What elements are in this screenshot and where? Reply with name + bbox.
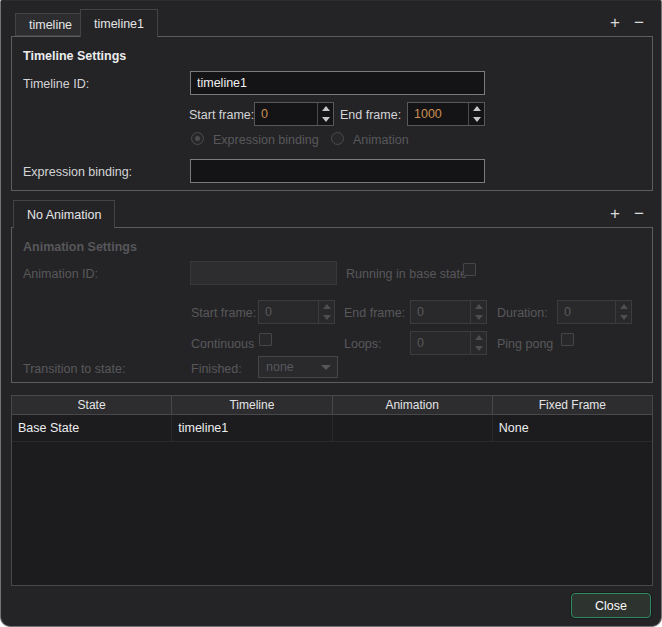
add-timeline-button[interactable]: + <box>606 14 624 32</box>
cell-state[interactable]: Base State <box>12 415 172 441</box>
cell-fixed-frame[interactable]: None <box>493 415 652 441</box>
ping-pong-label: Ping pong <box>497 337 553 351</box>
duration-label: Duration: <box>497 306 548 320</box>
anim-end-frame-spinbox: 0 <box>410 300 487 324</box>
spin-down-icon <box>319 312 334 323</box>
timeline-id-label: Timeline ID: <box>23 77 89 91</box>
finished-combobox: none <box>258 356 338 378</box>
ping-pong-checkbox <box>561 333 574 346</box>
spin-up-icon <box>471 301 486 312</box>
spin-buttons <box>470 301 486 323</box>
loops-spinbox: 0 <box>410 331 487 355</box>
anim-end-frame-label: End frame: <box>344 306 405 320</box>
chevron-down-icon <box>321 365 331 370</box>
timeline-id-input[interactable] <box>190 71 485 95</box>
end-frame-value: 1000 <box>414 103 468 125</box>
expression-binding-radio-label: Expression binding <box>213 133 319 147</box>
tab-timeline[interactable]: timeline <box>15 13 86 36</box>
spin-up-icon <box>319 301 334 312</box>
column-header-animation[interactable]: Animation <box>333 396 493 414</box>
timeline-settings-dialog: timeline timeline1 + − Timeline Settings… <box>0 0 662 627</box>
finished-label: Finished: <box>191 362 242 376</box>
spin-down-icon <box>616 312 631 323</box>
continuous-checkbox <box>259 333 272 346</box>
animation-id-label: Animation ID: <box>23 267 98 281</box>
anim-start-frame-spinbox: 0 <box>258 300 335 324</box>
running-in-base-state-label: Running in base state <box>346 267 467 281</box>
start-frame-label: Start frame: <box>189 108 254 122</box>
cell-timeline[interactable]: timeline1 <box>172 415 332 441</box>
spin-buttons <box>470 332 486 354</box>
transition-to-state-label: Transition to state: <box>23 362 125 376</box>
anim-end-frame-value: 0 <box>417 301 470 323</box>
cell-animation[interactable] <box>333 415 493 441</box>
add-animation-button[interactable]: + <box>606 205 624 223</box>
continuous-label: Continuous <box>191 337 254 351</box>
duration-spinbox: 0 <box>557 300 632 324</box>
spin-down-icon[interactable] <box>318 114 333 125</box>
loops-value: 0 <box>417 332 470 354</box>
start-frame-spin-buttons <box>317 103 333 125</box>
spin-up-icon[interactable] <box>469 103 484 114</box>
spin-up-icon <box>616 301 631 312</box>
tab-no-animation-label: No Animation <box>27 208 101 222</box>
tab-timeline-label: timeline <box>29 18 72 32</box>
state-table[interactable]: State Timeline Animation Fixed Frame Bas… <box>11 395 653 586</box>
column-header-timeline[interactable]: Timeline <box>172 396 332 414</box>
anim-start-frame-label: Start frame: <box>191 306 256 320</box>
finished-value: none <box>266 357 319 377</box>
table-row[interactable]: Base State timeline1 None <box>12 415 652 442</box>
animation-radio <box>331 132 344 145</box>
remove-timeline-button[interactable]: − <box>630 14 648 32</box>
column-header-state[interactable]: State <box>12 396 172 414</box>
remove-animation-button[interactable]: − <box>630 205 648 223</box>
state-table-header: State Timeline Animation Fixed Frame <box>12 396 652 415</box>
expression-binding-radio <box>191 132 204 145</box>
spin-down-icon[interactable] <box>469 114 484 125</box>
loops-label: Loops: <box>344 337 382 351</box>
spin-buttons <box>318 301 334 323</box>
end-frame-spinbox[interactable]: 1000 <box>407 102 485 126</box>
expression-binding-input[interactable] <box>190 159 485 183</box>
tab-timeline1[interactable]: timeline1 <box>80 9 158 37</box>
start-frame-spinbox[interactable]: 0 <box>254 102 334 126</box>
spin-up-icon <box>471 332 486 343</box>
start-frame-value: 0 <box>261 103 317 125</box>
column-header-fixed-frame[interactable]: Fixed Frame <box>493 396 652 414</box>
end-frame-label: End frame: <box>340 108 401 122</box>
tab-no-animation[interactable]: No Animation <box>13 200 115 228</box>
animation-id-input <box>190 261 337 285</box>
spin-buttons <box>615 301 631 323</box>
tab-timeline1-label: timeline1 <box>94 17 144 31</box>
duration-value: 0 <box>564 301 615 323</box>
spin-up-icon[interactable] <box>318 103 333 114</box>
anim-start-frame-value: 0 <box>265 301 318 323</box>
running-in-base-state-checkbox <box>463 263 476 276</box>
animation-settings-title: Animation Settings <box>23 240 137 254</box>
end-frame-spin-buttons <box>468 103 484 125</box>
expression-binding-label: Expression binding: <box>23 165 132 179</box>
animation-radio-label: Animation <box>353 133 409 147</box>
spin-down-icon <box>471 312 486 323</box>
spin-down-icon <box>471 343 486 354</box>
close-button[interactable]: Close <box>571 593 651 618</box>
timeline-settings-title: Timeline Settings <box>23 49 126 63</box>
